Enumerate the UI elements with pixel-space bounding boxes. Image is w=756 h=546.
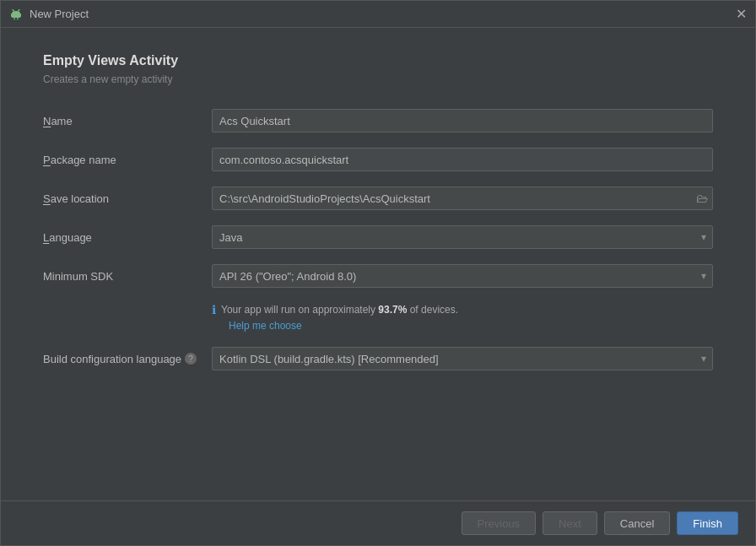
help-icon[interactable]: ?: [185, 353, 197, 365]
language-select-wrapper: Java Kotlin ▾: [212, 225, 713, 249]
svg-line-2: [13, 9, 14, 11]
cancel-button[interactable]: Cancel: [604, 511, 670, 535]
svg-rect-5: [20, 14, 21, 17]
min-sdk-row: Minimum SDK API 26 ("Oreo"; Android 8.0)…: [43, 264, 713, 288]
save-location-label: Save location: [43, 192, 212, 205]
package-row: Package name: [43, 148, 713, 171]
name-label: NNameame: [43, 115, 212, 127]
build-config-select-wrapper: Kotlin DSL (build.gradle.kts) [Recommend…: [212, 347, 713, 370]
package-input[interactable]: [212, 148, 713, 171]
section-title: Empty Views Activity: [43, 53, 713, 68]
close-button[interactable]: ✕: [736, 8, 747, 21]
min-sdk-select[interactable]: API 26 ("Oreo"; Android 8.0) API 21 (And…: [212, 264, 713, 288]
help-me-choose-link[interactable]: Help me choose: [229, 320, 713, 332]
name-input[interactable]: [212, 109, 713, 132]
language-row: Language Java Kotlin ▾: [43, 225, 713, 249]
form-content: Empty Views Activity Creates a new empty…: [1, 28, 755, 500]
next-button[interactable]: Next: [543, 511, 597, 535]
footer: Previous Next Cancel Finish: [1, 500, 755, 545]
svg-rect-4: [11, 14, 12, 17]
section-subtitle: Creates a new empty activity: [43, 73, 713, 85]
name-row: NNameame: [43, 109, 713, 132]
info-icon: ℹ: [212, 303, 216, 316]
build-config-row: Build configuration language ? Kotlin DS…: [43, 347, 713, 370]
window-title: New Project: [30, 8, 89, 20]
save-location-field: 🗁: [212, 187, 713, 210]
min-sdk-select-wrapper: API 26 ("Oreo"; Android 8.0) API 21 (And…: [212, 264, 713, 288]
info-block: ℹ Your app will run on approximately 93.…: [212, 303, 713, 332]
language-label: Language: [43, 231, 212, 244]
new-project-window: New Project ✕ Empty Views Activity Creat…: [0, 0, 756, 546]
package-label: Package name: [43, 154, 212, 166]
svg-line-3: [19, 9, 20, 11]
finish-button[interactable]: Finish: [677, 511, 738, 535]
title-bar: New Project ✕: [1, 1, 755, 28]
svg-rect-6: [14, 18, 15, 20]
previous-button[interactable]: Previous: [462, 511, 537, 535]
info-text: Your app will run on approximately 93.7%…: [221, 304, 458, 316]
info-row: ℹ Your app will run on approximately 93.…: [212, 303, 713, 316]
build-config-label: Build configuration language ?: [43, 353, 212, 365]
save-location-row: Save location 🗁: [43, 187, 713, 210]
svg-rect-7: [17, 18, 18, 20]
save-location-input[interactable]: [212, 187, 713, 210]
title-bar-left: New Project: [9, 8, 89, 21]
build-config-select[interactable]: Kotlin DSL (build.gradle.kts) [Recommend…: [212, 347, 713, 370]
min-sdk-label: Minimum SDK: [43, 270, 212, 283]
android-icon: [9, 8, 23, 21]
language-select[interactable]: Java Kotlin: [212, 225, 713, 249]
